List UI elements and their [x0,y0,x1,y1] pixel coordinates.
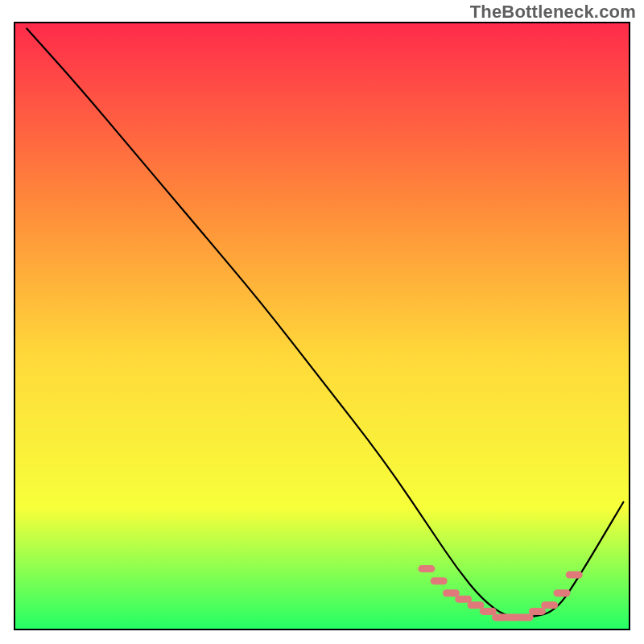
plot-background [14,23,630,630]
bottleneck-chart [0,0,644,644]
attribution-text: TheBottleneck.com [470,2,636,23]
chart-stage: TheBottleneck.com [0,0,644,644]
